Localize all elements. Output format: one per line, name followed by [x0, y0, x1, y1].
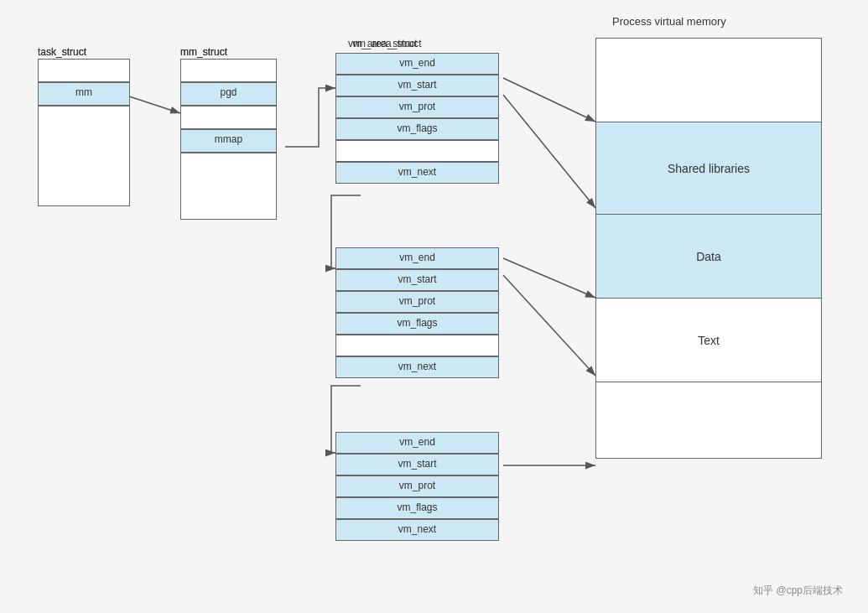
process-vm-label: Process virtual memory	[612, 15, 726, 28]
vma2-vm-end: vm_end	[335, 432, 499, 454]
vma1-vm-prot: vm_prot	[335, 291, 499, 313]
mm-struct-top-empty	[180, 59, 277, 82]
task-struct-outer-bottom	[38, 106, 130, 206]
vm-area-struct-label-text: vm_area_struct	[348, 38, 418, 49]
task-struct-box: mm	[38, 59, 130, 206]
task-struct-outer-top	[38, 59, 130, 82]
vm-area-struct-0: vm_end vm_start vm_prot vm_flags vm_next	[335, 53, 499, 184]
vma1-empty	[335, 335, 499, 356]
task-struct-mm-cell: mm	[38, 82, 130, 106]
vma0-vm-prot: vm_prot	[335, 96, 499, 118]
diagram-container: task_struct mm mm_struct pgd mmap vm_are…	[0, 0, 868, 613]
vm-area-struct-2: vm_end vm_start vm_prot vm_flags vm_next	[335, 432, 499, 541]
watermark: 知乎 @cpp后端技术	[753, 584, 843, 598]
vm-region-top-empty	[596, 39, 821, 122]
mm-struct-mmap-cell: mmap	[180, 129, 277, 153]
vm-region-shared-libs: Process virtual memory Shared libraries	[596, 122, 821, 215]
vma2-vm-next: vm_next	[335, 519, 499, 541]
task-struct-label-text: task_struct	[38, 46, 86, 58]
vm-region-data: Data	[596, 215, 821, 299]
vm-region-text: Text	[596, 299, 821, 382]
process-vm-box: Process virtual memory Shared libraries …	[595, 38, 822, 459]
vma1-vm-next: vm_next	[335, 356, 499, 378]
vma2-vm-prot: vm_prot	[335, 475, 499, 497]
vma1-vm-end: vm_end	[335, 247, 499, 269]
svg-line-3	[503, 95, 595, 208]
vma0-empty	[335, 140, 499, 162]
mm-struct-pgd-cell: pgd	[180, 82, 277, 106]
vma2-vm-start: vm_start	[335, 454, 499, 475]
vma0-vm-start: vm_start	[335, 75, 499, 96]
svg-line-2	[503, 78, 595, 122]
mm-struct-mid-empty	[180, 106, 277, 129]
vma0-vm-next: vm_next	[335, 162, 499, 184]
vma0-vm-flags: vm_flags	[335, 118, 499, 140]
svg-line-1	[124, 95, 180, 113]
svg-line-4	[503, 258, 595, 298]
vma2-vm-flags: vm_flags	[335, 497, 499, 519]
vma1-vm-flags: vm_flags	[335, 313, 499, 335]
vm-region-bottom-empty	[596, 382, 821, 458]
mm-struct-box: pgd mmap	[180, 59, 277, 220]
vma0-vm-end: vm_end	[335, 53, 499, 75]
mm-struct-label-text: mm_struct	[180, 46, 227, 58]
vm-area-struct-1: vm_end vm_start vm_prot vm_flags vm_next	[335, 247, 499, 378]
vma1-vm-start: vm_start	[335, 269, 499, 291]
data-label: Data	[696, 250, 721, 263]
mm-struct-bottom-empty	[180, 153, 277, 220]
svg-line-5	[503, 275, 595, 376]
shared-libs-label: Shared libraries	[668, 162, 750, 175]
text-label: Text	[698, 334, 720, 347]
